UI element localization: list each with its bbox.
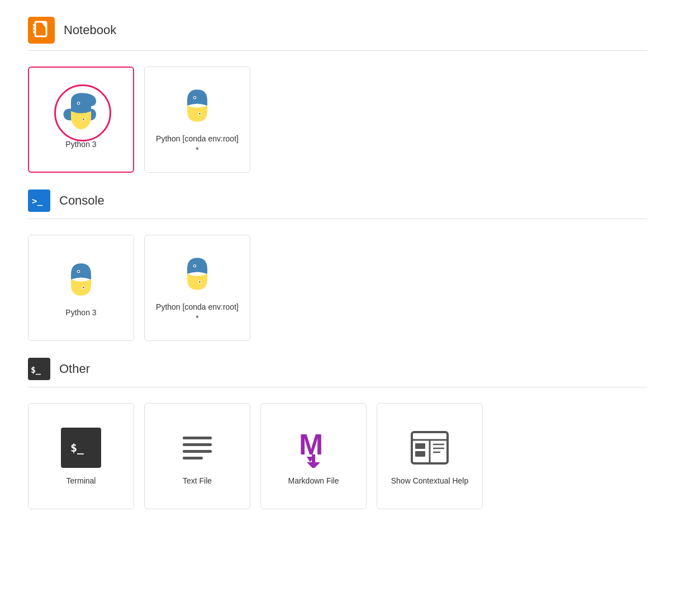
svg-text:>_: >_ [32, 196, 43, 206]
other-divider [28, 387, 647, 387]
svg-point-23 [199, 281, 201, 283]
terminal-label: Terminal [66, 476, 96, 487]
other-icon: $_ [28, 358, 50, 380]
console-cards: Python 3 Python [conda env:root] * [28, 235, 647, 341]
other-textfile-card[interactable]: Text File [144, 403, 250, 509]
terminal-icon-area: $_ [59, 425, 103, 470]
markdown-icon-area: M [291, 425, 336, 470]
textfile-icon [177, 428, 217, 468]
console-python-conda-card[interactable]: Python [conda env:root] * [144, 235, 250, 341]
contexthelp-icon [410, 428, 450, 468]
textfile-line-2 [183, 443, 212, 446]
markdown-icon: M [293, 428, 334, 468]
other-cards: $_ Terminal Text File M [28, 403, 647, 509]
svg-point-7 [78, 102, 79, 104]
svg-rect-29 [312, 454, 315, 462]
textfile-label: Text File [183, 476, 212, 487]
console-python3-logo [61, 259, 101, 300]
svg-point-6 [77, 102, 80, 105]
svg-point-3 [71, 93, 91, 120]
svg-text:$_: $_ [31, 365, 41, 375]
svg-marker-30 [307, 462, 320, 468]
svg-point-17 [78, 271, 79, 272]
console-python-conda-logo [177, 254, 217, 294]
console-divider [28, 219, 647, 219]
other-section-header: $_ Other [28, 358, 647, 380]
notebook-title: Notebook [64, 23, 116, 37]
notebook-python-conda-icon-area [175, 83, 220, 128]
svg-rect-34 [415, 443, 425, 449]
svg-point-9 [83, 119, 84, 120]
notebook-python-conda-label: Python [conda env:root] * [154, 134, 241, 155]
svg-point-8 [82, 118, 85, 121]
console-python3-icon-area [59, 257, 103, 302]
notebook-python-conda-card[interactable]: Python [conda env:root] * [144, 67, 250, 173]
notebook-divider [28, 50, 647, 51]
svg-rect-0 [28, 17, 55, 44]
other-contexthelp-card[interactable]: Show Contextual Help [377, 403, 483, 509]
other-markdown-card[interactable]: M Markdown File [260, 403, 367, 509]
console-python3-label: Python 3 [65, 307, 96, 319]
python-conda-logo [177, 86, 217, 126]
svg-point-5 [71, 106, 91, 116]
markdown-label: Markdown File [288, 476, 339, 487]
python3-logo [61, 91, 101, 131]
contexthelp-label: Show Contextual Help [391, 476, 469, 487]
notebook-section-header: Notebook [28, 17, 647, 44]
svg-point-11 [194, 97, 196, 99]
other-title: Other [59, 362, 90, 376]
textfile-line-1 [183, 437, 212, 439]
notebook-icon [28, 17, 55, 44]
console-section-header: >_ Console [28, 189, 647, 212]
svg-point-13 [199, 113, 201, 115]
textfile-line-4 [183, 457, 203, 459]
console-icon: >_ [28, 189, 50, 212]
svg-rect-35 [415, 451, 425, 457]
svg-text:M: M [299, 428, 323, 461]
notebook-python3-card[interactable]: Python 3 [28, 67, 134, 173]
svg-point-21 [194, 266, 196, 267]
notebook-cards: Python 3 Python [conda env:root] * [28, 67, 647, 173]
console-python-conda-icon-area [175, 252, 220, 296]
terminal-icon: $_ [67, 434, 95, 462]
svg-point-19 [83, 287, 84, 288]
console-python3-card[interactable]: Python 3 [28, 235, 134, 341]
other-terminal-card[interactable]: $_ Terminal [28, 403, 134, 509]
console-python-conda-label: Python [conda env:root] * [154, 302, 241, 324]
svg-point-4 [71, 103, 91, 130]
console-title: Console [59, 193, 104, 208]
terminal-icon-box: $_ [61, 428, 101, 468]
contexthelp-icon-area [407, 425, 452, 470]
textfile-icon-area [175, 425, 220, 470]
textfile-line-3 [183, 450, 212, 453]
svg-text:$_: $_ [70, 441, 84, 454]
notebook-python3-icon-area [59, 89, 103, 134]
